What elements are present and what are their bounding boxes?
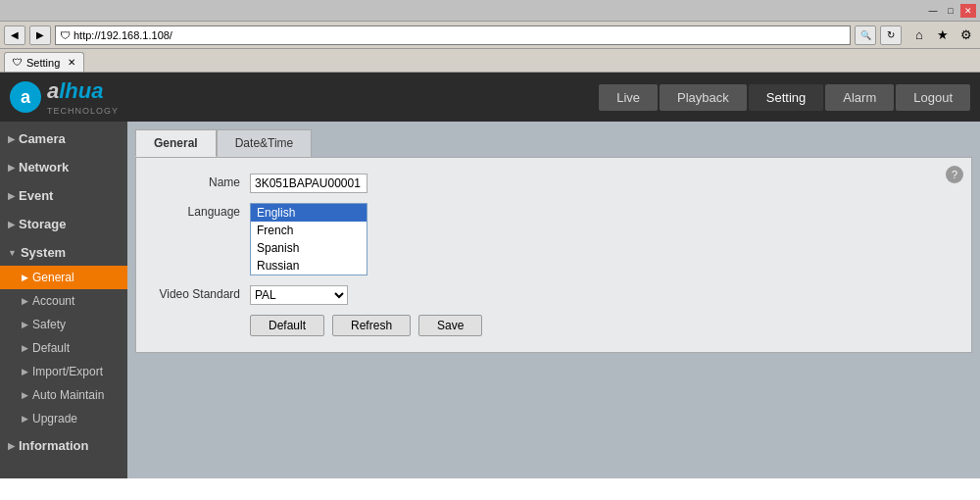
sidebar-item-default[interactable]: ▶ Default — [0, 336, 127, 360]
brand-tech: TECHNOLOGY — [47, 106, 119, 116]
safety-arrow-icon: ▶ — [22, 320, 28, 329]
account-arrow-icon: ▶ — [22, 296, 28, 306]
sidebar-auto-maintain-label: Auto Maintain — [32, 388, 104, 402]
language-label: Language — [152, 203, 250, 219]
nav-setting[interactable]: Setting — [749, 84, 823, 111]
video-standard-row: Video Standard PAL NTSC — [152, 285, 956, 305]
sidebar-upgrade-label: Upgrade — [32, 412, 77, 425]
main-layout: ▶ Camera ▶ Network ▶ Event ▶ St — [0, 122, 980, 478]
form-buttons: Default Refresh Save — [250, 315, 956, 336]
sidebar-item-general[interactable]: ▶ General — [0, 266, 127, 289]
forward-button[interactable]: ▶ — [29, 25, 51, 45]
name-input[interactable] — [250, 174, 368, 193]
content-area: Sincerity Trade Co.,LTD General Date&Tim… — [127, 122, 980, 478]
sidebar-item-information[interactable]: ▶ Information — [0, 432, 127, 459]
tab-label: Setting — [26, 57, 60, 69]
sidebar-safety-label: Safety — [32, 318, 66, 331]
brand-a: a — [47, 78, 59, 104]
lang-option-english[interactable]: English — [251, 204, 367, 222]
sidebar-item-account[interactable]: ▶ Account — [0, 289, 127, 313]
nav-logout[interactable]: Logout — [896, 84, 970, 111]
window-controls: — □ ✕ — [925, 4, 976, 18]
brand-lhua: lhua — [59, 78, 103, 104]
star-icon[interactable]: ★ — [933, 25, 953, 45]
sidebar-storage-label: Storage — [19, 217, 66, 231]
video-standard-label: Video Standard — [152, 285, 250, 301]
gear-icon[interactable]: ⚙ — [956, 25, 976, 45]
minimize-button[interactable]: — — [925, 4, 941, 18]
sidebar-section-camera: ▶ Camera — [0, 125, 127, 152]
language-dropdown[interactable]: English French Spanish Russian — [250, 203, 368, 275]
logo-area: a alhua TECHNOLOGY — [10, 78, 119, 116]
browser-toolbar: ◀ ▶ 🛡 🔍 ↻ ⌂ ★ ⚙ — [0, 22, 980, 49]
sidebar-item-import-export[interactable]: ▶ Import/Export — [0, 360, 127, 383]
close-button[interactable]: ✕ — [960, 4, 976, 18]
storage-arrow-icon: ▶ — [8, 220, 15, 229]
sidebar-default-label: Default — [32, 341, 70, 355]
header-nav: Live Playback Setting Alarm Logout — [599, 84, 970, 111]
sidebar-import-export-label: Import/Export — [32, 365, 103, 378]
lang-option-russian[interactable]: Russian — [251, 257, 367, 275]
tab-datetime[interactable]: Date&Time — [217, 129, 313, 157]
refresh-button[interactable]: ↻ — [880, 25, 902, 45]
camera-arrow-icon: ▶ — [8, 134, 15, 144]
browser-titlebar: — □ ✕ — [0, 0, 980, 22]
sidebar-section-event: ▶ Event — [0, 182, 127, 209]
sidebar: ▶ Camera ▶ Network ▶ Event ▶ St — [0, 122, 127, 478]
browser-tab-bar: 🛡 Setting ✕ — [0, 49, 980, 73]
address-input[interactable] — [74, 29, 846, 41]
search-button[interactable]: 🔍 — [855, 25, 876, 45]
lang-option-french[interactable]: French — [251, 222, 367, 239]
sidebar-section-network: ▶ Network — [0, 154, 127, 180]
sidebar-item-camera[interactable]: ▶ Camera — [0, 125, 127, 152]
logo-icon: a — [10, 81, 41, 113]
logo-text-block: alhua TECHNOLOGY — [47, 78, 119, 116]
system-arrow-icon: ▼ — [8, 248, 17, 258]
content-tabs: General Date&Time — [135, 129, 972, 157]
home-icon[interactable]: ⌂ — [909, 25, 929, 45]
nav-playback[interactable]: Playback — [660, 84, 747, 111]
help-icon[interactable]: ? — [946, 166, 963, 183]
sidebar-item-storage[interactable]: ▶ Storage — [0, 211, 127, 237]
address-icon: 🛡 — [60, 29, 71, 41]
sidebar-section-information: ▶ Information — [0, 432, 127, 459]
sidebar-general-label: General — [32, 271, 74, 284]
information-arrow-icon: ▶ — [8, 441, 15, 451]
back-button[interactable]: ◀ — [4, 25, 25, 45]
maximize-button[interactable]: □ — [943, 4, 958, 18]
sidebar-item-upgrade[interactable]: ▶ Upgrade — [0, 407, 127, 430]
sidebar-event-label: Event — [19, 188, 53, 203]
sidebar-item-network[interactable]: ▶ Network — [0, 154, 127, 180]
name-control — [250, 174, 956, 193]
browser-tab-setting[interactable]: 🛡 Setting ✕ — [4, 52, 84, 72]
sidebar-account-label: Account — [32, 294, 74, 308]
sidebar-item-event[interactable]: ▶ Event — [0, 182, 127, 209]
app-header: a alhua TECHNOLOGY Live Playback Setting… — [0, 73, 980, 122]
toolbar-right: ⌂ ★ ⚙ — [909, 25, 976, 45]
nav-alarm[interactable]: Alarm — [825, 84, 894, 111]
lang-option-spanish[interactable]: Spanish — [251, 239, 367, 257]
refresh-button[interactable]: Refresh — [332, 315, 411, 336]
sidebar-information-label: Information — [19, 438, 89, 453]
tab-general[interactable]: General — [135, 129, 217, 157]
sidebar-section-system: ▼ System ▶ General ▶ Account ▶ Safety ▶ — [0, 239, 127, 430]
address-bar: 🛡 — [55, 25, 851, 45]
video-standard-select[interactable]: PAL NTSC — [250, 285, 348, 305]
event-arrow-icon: ▶ — [8, 191, 15, 201]
save-button[interactable]: Save — [418, 315, 482, 336]
language-row: Language English French Spanish Russian — [152, 203, 956, 275]
upgrade-arrow-icon: ▶ — [22, 414, 28, 424]
general-arrow-icon: ▶ — [22, 273, 28, 282]
nav-live[interactable]: Live — [599, 84, 658, 111]
sidebar-item-auto-maintain[interactable]: ▶ Auto Maintain — [0, 383, 127, 407]
default-button[interactable]: Default — [250, 315, 324, 336]
name-row: Name — [152, 174, 956, 193]
logo-circle-text: a — [21, 87, 30, 108]
sidebar-system-label: System — [21, 245, 66, 260]
sidebar-item-system[interactable]: ▼ System — [0, 239, 127, 266]
brand-name: alhua — [47, 78, 119, 104]
sidebar-item-safety[interactable]: ▶ Safety — [0, 313, 127, 336]
sidebar-section-storage: ▶ Storage — [0, 211, 127, 237]
language-control: English French Spanish Russian — [250, 203, 956, 275]
tab-close-button[interactable]: ✕ — [68, 57, 75, 68]
